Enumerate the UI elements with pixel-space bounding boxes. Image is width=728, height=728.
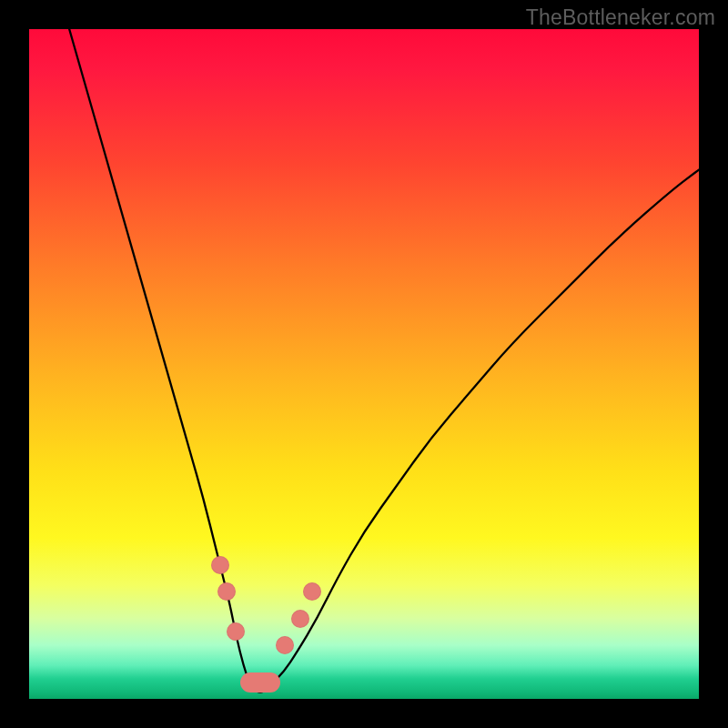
- marker-right-0: [276, 636, 294, 654]
- highlight-markers: [29, 29, 699, 699]
- marker-left-0: [211, 556, 229, 574]
- plot-area: [29, 29, 699, 699]
- marker-right-2: [303, 582, 321, 601]
- marker-right-1: [291, 610, 309, 628]
- chart-frame: TheBottleneker.com: [0, 0, 728, 728]
- floor-bar: [240, 672, 280, 693]
- marker-left-2: [227, 622, 245, 641]
- watermark-text: TheBottleneker.com: [526, 5, 715, 30]
- marker-left-1: [217, 582, 236, 601]
